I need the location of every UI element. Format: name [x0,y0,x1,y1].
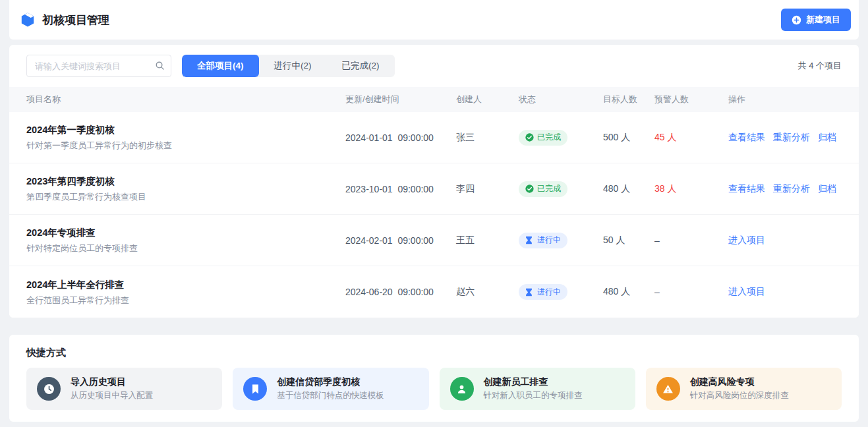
project-name: 2024年上半年全行排查 [26,278,345,291]
shortcuts-grid: 导入历史项目 从历史项目中导入配置 创建信贷部季度初核 [26,368,842,410]
shortcut-desc: 针对高风险岗位的深度排查 [690,390,789,401]
project-name: 2024年第一季度初核 [26,123,345,136]
action-link[interactable]: 归档 [818,183,836,195]
action-link[interactable]: 查看结果 [728,132,765,144]
person-icon [456,384,467,395]
action-link[interactable]: 归档 [818,132,836,144]
app-logo-cube-icon [20,12,36,28]
tab-completed[interactable]: 已完成(2) [327,55,395,77]
shortcut-desc: 针对新入职员工的专项排查 [484,390,583,401]
total-count: 共 4 个项目 [798,60,842,72]
project-name: 2024年专项排查 [26,226,345,239]
row-actions: 进入项目 [728,286,842,298]
shortcut-icon-circle [243,377,267,401]
new-project-label: 新建项目 [806,14,840,26]
warning-icon [662,384,674,395]
shortcut-title: 导入历史项目 [71,376,153,388]
search-input[interactable] [26,55,171,77]
row-actions: 进入项目 [728,235,842,246]
project-creator: 张三 [456,132,519,144]
warning-count: – [654,235,728,246]
shortcut-title: 创建高风险专项 [690,376,789,388]
shortcuts-panel: 快捷方式 导入历史项目 从历史项目中导入配置 [9,335,859,422]
search-icon[interactable] [155,61,165,71]
col-header-warning: 预警人数 [654,94,728,105]
action-link[interactable]: 重新分析 [773,183,810,195]
page-title: 初核项目管理 [42,13,109,28]
status-badge: 已完成 [519,130,567,146]
status-badge: 进行中 [519,284,567,300]
shortcut-title: 创建信贷部季度初核 [277,376,384,388]
project-creator: 李四 [456,183,519,195]
project-name: 2023年第四季度初核 [26,175,345,188]
tab-in-progress[interactable]: 进行中(2) [259,55,327,77]
shortcuts-title: 快捷方式 [26,347,842,359]
projects-panel: 全部项目(4) 进行中(2) 已完成(2) 共 4 个项目 项目名称 更新/创建… [9,45,859,318]
shortcut-icon-circle [656,377,680,401]
row-actions: 查看结果重新分析归档 [728,183,842,195]
project-desc: 针对第一季度员工异常行为的初步核查 [26,140,345,152]
action-link[interactable]: 进入项目 [728,286,765,298]
shortcut-desc: 从历史项目中导入配置 [71,390,153,401]
warning-count: 38 人 [654,183,728,195]
project-time: 2024-02-01 09:00:00 [345,235,456,246]
row-actions: 查看结果重新分析归档 [728,132,842,144]
shortcut-card[interactable]: 创建信贷部季度初核 基于信贷部门特点的快速模板 [233,368,428,410]
clock-icon [43,384,55,395]
project-creator: 王五 [456,235,519,246]
target-count: 500 人 [603,132,654,144]
col-header-time: 更新/创建时间 [345,94,456,105]
table-row: 2024年专项排查 针对特定岗位员工的专项排查 2024-02-01 09:00… [9,215,859,266]
table-row: 2024年上半年全行排查 全行范围员工异常行为排查 2024-06-20 09:… [9,266,859,318]
page-header: 初核项目管理 新建项目 [9,0,859,40]
warning-count: 45 人 [654,132,728,144]
col-header-creator: 创建人 [456,94,519,105]
project-creator: 赵六 [456,286,519,298]
project-tabs: 全部项目(4) 进行中(2) 已完成(2) [182,55,395,77]
shortcut-card[interactable]: 创建高风险专项 针对高风险岗位的深度排查 [646,368,842,410]
action-link[interactable]: 查看结果 [728,183,765,195]
shortcut-card[interactable]: 导入历史项目 从历史项目中导入配置 [26,368,222,410]
col-header-status: 状态 [519,94,603,105]
shortcut-icon-circle [37,377,61,401]
table-header: 项目名称 更新/创建时间 创建人 状态 目标人数 预警人数 操作 [9,87,859,112]
new-project-button[interactable]: 新建项目 [781,9,851,31]
project-time: 2024-01-01 09:00:00 [345,132,456,143]
bookmark-icon [250,384,261,395]
project-desc: 全行范围员工异常行为排查 [26,295,345,306]
status-label: 进行中 [537,235,561,246]
warning-count: – [654,287,728,297]
table-row: 2023年第四季度初核 第四季度员工异常行为核查项目 2023-10-01 09… [9,163,859,215]
project-desc: 第四季度员工异常行为核查项目 [26,191,345,203]
col-header-name: 项目名称 [26,94,345,105]
table-row: 2024年第一季度初核 针对第一季度员工异常行为的初步核查 2024-01-01… [9,112,859,163]
status-hourglass-icon [525,288,534,297]
plus-circle-icon [792,15,801,25]
shortcut-title: 创建新员工排查 [484,376,583,388]
status-label: 已完成 [537,183,561,194]
status-hourglass-icon [525,236,534,244]
status-label: 已完成 [537,132,561,143]
table-body: 2024年第一季度初核 针对第一季度员工异常行为的初步核查 2024-01-01… [9,112,859,318]
search-box [26,55,171,77]
col-header-target: 目标人数 [603,94,654,105]
project-desc: 针对特定岗位员工的专项排查 [26,242,345,254]
action-link[interactable]: 进入项目 [728,235,765,246]
status-check-icon [525,185,534,193]
shortcut-card[interactable]: 创建新员工排查 针对新入职员工的专项排查 [440,368,635,410]
shortcut-icon-circle [450,377,474,401]
status-badge: 进行中 [519,233,567,248]
target-count: 480 人 [603,183,654,195]
project-time: 2023-10-01 09:00:00 [345,184,456,194]
status-label: 进行中 [537,287,561,298]
col-header-actions: 操作 [728,94,842,105]
project-time: 2024-06-20 09:00:00 [345,287,456,297]
status-check-icon [525,133,534,142]
status-badge: 已完成 [519,181,567,197]
target-count: 480 人 [603,286,654,298]
action-link[interactable]: 重新分析 [773,132,810,144]
toolbar: 全部项目(4) 进行中(2) 已完成(2) 共 4 个项目 [9,45,859,87]
tab-all-projects[interactable]: 全部项目(4) [182,55,259,77]
shortcut-desc: 基于信贷部门特点的快速模板 [277,390,384,401]
target-count: 50 人 [603,235,654,246]
